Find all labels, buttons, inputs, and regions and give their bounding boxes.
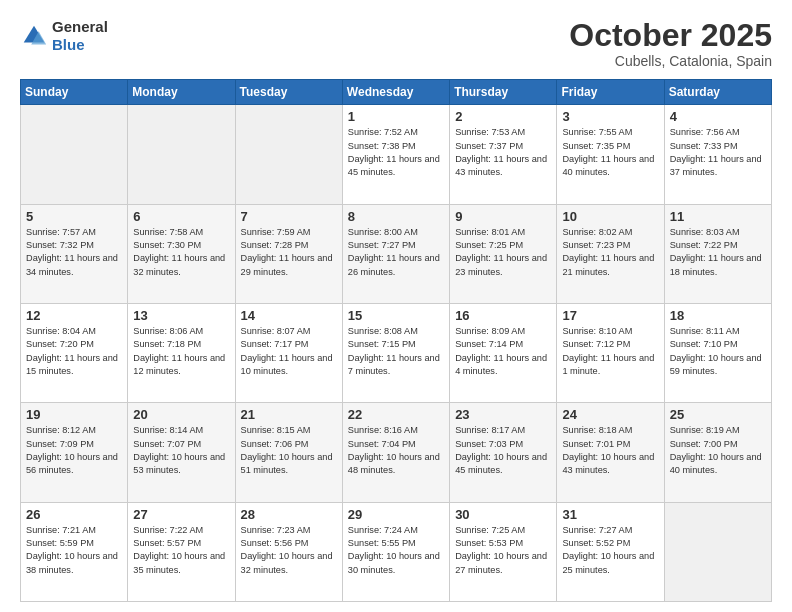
- day-number: 11: [670, 209, 766, 224]
- day-cell: 30Sunrise: 7:25 AMSunset: 5:53 PMDayligh…: [450, 502, 557, 601]
- day-cell: 4Sunrise: 7:56 AMSunset: 7:33 PMDaylight…: [664, 105, 771, 204]
- day-number: 15: [348, 308, 444, 323]
- day-cell: 14Sunrise: 8:07 AMSunset: 7:17 PMDayligh…: [235, 303, 342, 402]
- day-number: 27: [133, 507, 229, 522]
- day-info: Sunrise: 7:23 AMSunset: 5:56 PMDaylight:…: [241, 524, 337, 577]
- day-number: 12: [26, 308, 122, 323]
- day-cell: 3Sunrise: 7:55 AMSunset: 7:35 PMDaylight…: [557, 105, 664, 204]
- day-header-thursday: Thursday: [450, 80, 557, 105]
- day-cell: [21, 105, 128, 204]
- day-number: 8: [348, 209, 444, 224]
- day-number: 28: [241, 507, 337, 522]
- day-cell: 5Sunrise: 7:57 AMSunset: 7:32 PMDaylight…: [21, 204, 128, 303]
- week-row-1: 1Sunrise: 7:52 AMSunset: 7:38 PMDaylight…: [21, 105, 772, 204]
- day-cell: 22Sunrise: 8:16 AMSunset: 7:04 PMDayligh…: [342, 403, 449, 502]
- calendar-table: SundayMondayTuesdayWednesdayThursdayFrid…: [20, 79, 772, 602]
- day-cell: 2Sunrise: 7:53 AMSunset: 7:37 PMDaylight…: [450, 105, 557, 204]
- day-number: 26: [26, 507, 122, 522]
- day-cell: 1Sunrise: 7:52 AMSunset: 7:38 PMDaylight…: [342, 105, 449, 204]
- day-cell: 24Sunrise: 8:18 AMSunset: 7:01 PMDayligh…: [557, 403, 664, 502]
- day-info: Sunrise: 7:55 AMSunset: 7:35 PMDaylight:…: [562, 126, 658, 179]
- day-info: Sunrise: 8:10 AMSunset: 7:12 PMDaylight:…: [562, 325, 658, 378]
- day-header-saturday: Saturday: [664, 80, 771, 105]
- day-number: 30: [455, 507, 551, 522]
- day-info: Sunrise: 7:56 AMSunset: 7:33 PMDaylight:…: [670, 126, 766, 179]
- day-info: Sunrise: 8:08 AMSunset: 7:15 PMDaylight:…: [348, 325, 444, 378]
- day-cell: 31Sunrise: 7:27 AMSunset: 5:52 PMDayligh…: [557, 502, 664, 601]
- week-row-4: 19Sunrise: 8:12 AMSunset: 7:09 PMDayligh…: [21, 403, 772, 502]
- day-cell: 9Sunrise: 8:01 AMSunset: 7:25 PMDaylight…: [450, 204, 557, 303]
- day-number: 4: [670, 109, 766, 124]
- day-number: 16: [455, 308, 551, 323]
- day-info: Sunrise: 8:16 AMSunset: 7:04 PMDaylight:…: [348, 424, 444, 477]
- day-header-wednesday: Wednesday: [342, 80, 449, 105]
- day-number: 29: [348, 507, 444, 522]
- day-cell: 17Sunrise: 8:10 AMSunset: 7:12 PMDayligh…: [557, 303, 664, 402]
- day-number: 22: [348, 407, 444, 422]
- day-cell: 10Sunrise: 8:02 AMSunset: 7:23 PMDayligh…: [557, 204, 664, 303]
- day-info: Sunrise: 8:02 AMSunset: 7:23 PMDaylight:…: [562, 226, 658, 279]
- day-header-friday: Friday: [557, 80, 664, 105]
- header-row: SundayMondayTuesdayWednesdayThursdayFrid…: [21, 80, 772, 105]
- week-row-2: 5Sunrise: 7:57 AMSunset: 7:32 PMDaylight…: [21, 204, 772, 303]
- day-number: 20: [133, 407, 229, 422]
- day-info: Sunrise: 8:19 AMSunset: 7:00 PMDaylight:…: [670, 424, 766, 477]
- day-info: Sunrise: 8:03 AMSunset: 7:22 PMDaylight:…: [670, 226, 766, 279]
- logo-blue: Blue: [52, 36, 108, 54]
- day-number: 1: [348, 109, 444, 124]
- day-info: Sunrise: 8:11 AMSunset: 7:10 PMDaylight:…: [670, 325, 766, 378]
- day-number: 6: [133, 209, 229, 224]
- day-number: 14: [241, 308, 337, 323]
- day-number: 17: [562, 308, 658, 323]
- day-info: Sunrise: 7:52 AMSunset: 7:38 PMDaylight:…: [348, 126, 444, 179]
- day-number: 19: [26, 407, 122, 422]
- day-info: Sunrise: 7:22 AMSunset: 5:57 PMDaylight:…: [133, 524, 229, 577]
- week-row-5: 26Sunrise: 7:21 AMSunset: 5:59 PMDayligh…: [21, 502, 772, 601]
- day-cell: [235, 105, 342, 204]
- day-info: Sunrise: 7:57 AMSunset: 7:32 PMDaylight:…: [26, 226, 122, 279]
- day-cell: 16Sunrise: 8:09 AMSunset: 7:14 PMDayligh…: [450, 303, 557, 402]
- day-cell: [664, 502, 771, 601]
- day-header-monday: Monday: [128, 80, 235, 105]
- day-cell: 13Sunrise: 8:06 AMSunset: 7:18 PMDayligh…: [128, 303, 235, 402]
- day-info: Sunrise: 8:17 AMSunset: 7:03 PMDaylight:…: [455, 424, 551, 477]
- day-info: Sunrise: 7:59 AMSunset: 7:28 PMDaylight:…: [241, 226, 337, 279]
- day-info: Sunrise: 8:15 AMSunset: 7:06 PMDaylight:…: [241, 424, 337, 477]
- day-number: 21: [241, 407, 337, 422]
- day-header-sunday: Sunday: [21, 80, 128, 105]
- day-info: Sunrise: 7:25 AMSunset: 5:53 PMDaylight:…: [455, 524, 551, 577]
- day-number: 18: [670, 308, 766, 323]
- day-number: 31: [562, 507, 658, 522]
- day-cell: 29Sunrise: 7:24 AMSunset: 5:55 PMDayligh…: [342, 502, 449, 601]
- day-info: Sunrise: 8:09 AMSunset: 7:14 PMDaylight:…: [455, 325, 551, 378]
- day-cell: 27Sunrise: 7:22 AMSunset: 5:57 PMDayligh…: [128, 502, 235, 601]
- day-header-tuesday: Tuesday: [235, 80, 342, 105]
- day-cell: 7Sunrise: 7:59 AMSunset: 7:28 PMDaylight…: [235, 204, 342, 303]
- day-info: Sunrise: 7:58 AMSunset: 7:30 PMDaylight:…: [133, 226, 229, 279]
- day-cell: 8Sunrise: 8:00 AMSunset: 7:27 PMDaylight…: [342, 204, 449, 303]
- day-cell: 6Sunrise: 7:58 AMSunset: 7:30 PMDaylight…: [128, 204, 235, 303]
- day-info: Sunrise: 8:06 AMSunset: 7:18 PMDaylight:…: [133, 325, 229, 378]
- day-info: Sunrise: 8:04 AMSunset: 7:20 PMDaylight:…: [26, 325, 122, 378]
- day-number: 23: [455, 407, 551, 422]
- day-info: Sunrise: 8:12 AMSunset: 7:09 PMDaylight:…: [26, 424, 122, 477]
- location: Cubells, Catalonia, Spain: [569, 53, 772, 69]
- day-cell: 25Sunrise: 8:19 AMSunset: 7:00 PMDayligh…: [664, 403, 771, 502]
- day-number: 24: [562, 407, 658, 422]
- day-cell: 26Sunrise: 7:21 AMSunset: 5:59 PMDayligh…: [21, 502, 128, 601]
- logo: General Blue: [20, 18, 108, 54]
- day-cell: 20Sunrise: 8:14 AMSunset: 7:07 PMDayligh…: [128, 403, 235, 502]
- day-info: Sunrise: 8:18 AMSunset: 7:01 PMDaylight:…: [562, 424, 658, 477]
- day-number: 9: [455, 209, 551, 224]
- day-info: Sunrise: 8:01 AMSunset: 7:25 PMDaylight:…: [455, 226, 551, 279]
- day-info: Sunrise: 7:24 AMSunset: 5:55 PMDaylight:…: [348, 524, 444, 577]
- day-info: Sunrise: 7:21 AMSunset: 5:59 PMDaylight:…: [26, 524, 122, 577]
- logo-text: General Blue: [52, 18, 108, 54]
- title-block: October 2025 Cubells, Catalonia, Spain: [569, 18, 772, 69]
- day-number: 3: [562, 109, 658, 124]
- day-cell: 15Sunrise: 8:08 AMSunset: 7:15 PMDayligh…: [342, 303, 449, 402]
- day-cell: [128, 105, 235, 204]
- day-cell: 23Sunrise: 8:17 AMSunset: 7:03 PMDayligh…: [450, 403, 557, 502]
- week-row-3: 12Sunrise: 8:04 AMSunset: 7:20 PMDayligh…: [21, 303, 772, 402]
- day-cell: 12Sunrise: 8:04 AMSunset: 7:20 PMDayligh…: [21, 303, 128, 402]
